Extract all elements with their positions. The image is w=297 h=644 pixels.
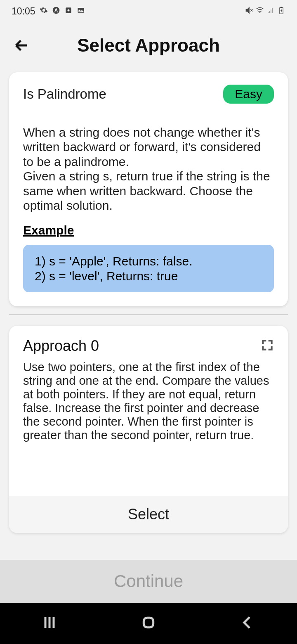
expand-icon[interactable]: [261, 339, 274, 353]
svg-point-4: [259, 12, 261, 14]
svg-rect-3: [78, 8, 84, 13]
system-navbar: [0, 603, 297, 644]
app-icon-1: [52, 6, 60, 17]
wifi-icon: [256, 6, 264, 17]
recents-button[interactable]: [41, 614, 58, 632]
continue-button[interactable]: Continue: [0, 560, 297, 603]
app-icon-2: [64, 6, 73, 17]
app-header: Select Approach: [0, 23, 297, 68]
problem-title: Is Palindrome: [23, 86, 106, 102]
example-heading: Example: [23, 223, 274, 237]
battery-icon: [277, 6, 285, 17]
divider: [9, 315, 288, 315]
approach-title: Approach 0: [23, 337, 99, 355]
status-bar: 10:05: [0, 0, 297, 23]
svg-point-2: [67, 9, 69, 12]
select-button[interactable]: Select: [9, 496, 288, 533]
back-button[interactable]: [12, 36, 31, 54]
home-button[interactable]: [140, 614, 157, 632]
signal-icon: [266, 6, 275, 17]
mute-icon: [245, 6, 253, 17]
approach-card: Approach 0 Use two pointers, one at the …: [9, 326, 288, 533]
page-title: Select Approach: [0, 35, 297, 56]
difficulty-badge: Easy: [223, 85, 274, 104]
approach-description: Use two pointers, one at the first index…: [9, 358, 288, 496]
status-time: 10:05: [12, 6, 35, 17]
settings-icon: [40, 6, 48, 17]
svg-point-0: [52, 7, 59, 14]
problem-description: When a string does not change whether it…: [23, 125, 274, 213]
back-system-button[interactable]: [239, 614, 256, 632]
problem-card: Is Palindrome Easy When a string does no…: [9, 72, 288, 306]
svg-rect-6: [280, 7, 282, 8]
example-box: 1) s = 'Apple', Returns: false. 2) s = '…: [23, 245, 274, 292]
image-icon: [77, 6, 85, 17]
svg-rect-7: [144, 618, 153, 627]
